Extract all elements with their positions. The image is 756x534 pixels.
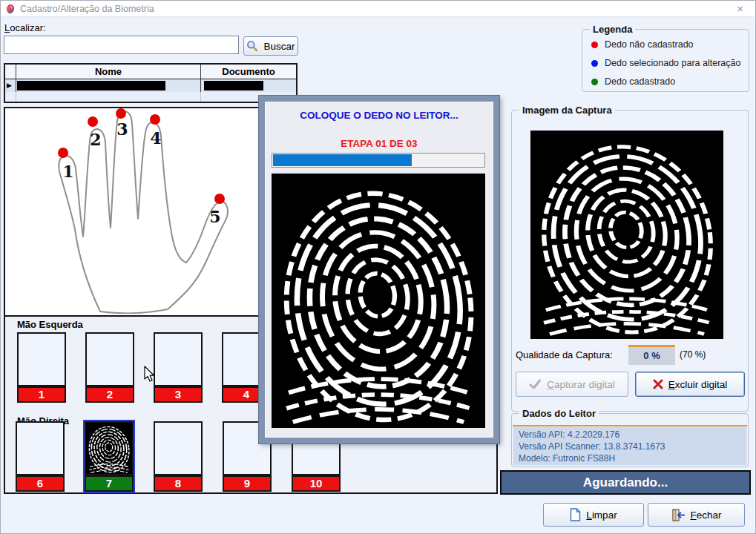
row-selector-icon: ▶	[5, 79, 16, 92]
svg-text:2: 2	[90, 130, 101, 149]
modal-step: ETAPA 01 DE 03	[266, 138, 493, 149]
redacted-name	[17, 81, 165, 90]
finger-slot-6[interactable]: 6	[16, 421, 65, 492]
modal-instruction: COLOQUE O DEDO NO LEITOR...	[266, 110, 493, 121]
svg-text:4: 4	[150, 128, 161, 148]
green-dot-icon	[591, 79, 598, 85]
document-icon	[570, 508, 581, 521]
limpar-label: Limpar	[586, 510, 617, 521]
reader-info: Versão API: 4.2.2029.176 Versão API Scan…	[513, 426, 747, 466]
red-x-icon	[653, 379, 663, 389]
table-row[interactable]: ▶	[5, 79, 296, 92]
finger-slot-8[interactable]: 8	[154, 421, 203, 492]
finger-slot-1[interactable]: 1	[17, 332, 66, 403]
reader-data-group: Dados do Leitor Versão API: 4.2.2029.176…	[511, 413, 749, 467]
capture-modal: COLOQUE O DEDO NO LEITOR... ETAPA 01 DE …	[259, 96, 499, 444]
left-hand-label: Mão Esquerda	[17, 319, 83, 330]
status-bar: Aguardando...	[500, 470, 751, 495]
quality-threshold: (70 %)	[680, 349, 706, 360]
legend-item: Dedo cadastrado	[591, 76, 749, 87]
legend-label: Dedo cadastrado	[605, 76, 675, 87]
table-empty-row	[5, 92, 296, 102]
reader-model: Modelo: Futronic FS88H	[519, 452, 741, 464]
excluir-digital-button[interactable]: Excluir digital	[635, 372, 745, 397]
finger-slot-3[interactable]: 3	[154, 332, 203, 403]
live-fingerprint-image	[272, 174, 485, 428]
close-icon[interactable]: ×	[737, 2, 743, 15]
app-icon	[5, 4, 16, 14]
fingerprint-thumbnail	[86, 423, 132, 474]
search-icon	[246, 40, 258, 52]
check-icon	[529, 379, 542, 389]
quality-value: 0 %	[628, 345, 675, 365]
buscar-button[interactable]: Buscar	[243, 36, 298, 56]
blue-dot-icon	[591, 60, 598, 67]
window-title: Cadastro/Alteração da Biometria	[20, 4, 154, 14]
exit-door-icon	[671, 509, 685, 521]
capturar-digital-button[interactable]: Capturar digital	[516, 372, 628, 397]
nome-cell	[16, 79, 201, 92]
capture-group-title: Imagem da Captura	[519, 105, 615, 116]
reader-group-title: Dados do Leitor	[519, 408, 599, 419]
capture-group: Imagem da Captura Qualidade da Captura: …	[511, 110, 749, 412]
documento-cell	[201, 79, 296, 92]
legend-item: Dedo selecionado para alteração	[591, 58, 749, 68]
svg-text:3: 3	[116, 119, 128, 139]
finger-slot-7-selected[interactable]: 7	[85, 421, 134, 492]
api-version: Versão API: 4.2.2029.176	[519, 429, 741, 441]
scanner-api-version: Versão API Scanner: 13.8.3741.1673	[519, 441, 741, 452]
redacted-document	[204, 81, 263, 90]
localizar-label: Localizar:	[4, 22, 46, 33]
captured-fingerprint-image	[530, 131, 723, 339]
fechar-label: Fechar	[690, 510, 721, 521]
nome-header: Nome	[16, 65, 201, 79]
legend-item: Dedo não cadastrado	[591, 39, 749, 50]
search-input[interactable]	[4, 36, 239, 54]
quality-label: Qualidade da Captura:	[516, 349, 613, 360]
modal-progress-fill	[273, 154, 412, 166]
finger-slot-2[interactable]: 2	[85, 332, 134, 403]
capturar-label: Capturar digital	[547, 379, 615, 390]
legend-label: Dedo não cadastrado	[605, 39, 694, 50]
svg-text:5: 5	[209, 207, 220, 226]
mouse-cursor	[144, 366, 155, 382]
legend-label: Dedo selecionado para alteração	[605, 58, 740, 68]
table-header-row: Nome Documento	[5, 65, 296, 79]
svg-text:1: 1	[62, 162, 73, 181]
fechar-button[interactable]: Fechar	[648, 503, 745, 527]
capture-modal-body: COLOQUE O DEDO NO LEITOR... ETAPA 01 DE …	[265, 102, 493, 438]
results-table[interactable]: Nome Documento ▶	[4, 63, 298, 103]
limpar-button[interactable]: Limpar	[543, 503, 644, 527]
documento-header: Documento	[201, 65, 296, 79]
red-dot-icon	[591, 42, 598, 48]
title-bar: Cadastro/Alteração da Biometria ×	[1, 1, 755, 17]
selector-header-cell	[5, 65, 16, 79]
buscar-label: Buscar	[263, 41, 295, 52]
legend-group: Legenda Dedo não cadastrado Dedo selecio…	[582, 29, 749, 92]
excluir-label: Excluir digital	[668, 379, 728, 390]
legend-title: Legenda	[590, 24, 635, 35]
capture-progress-bar	[272, 153, 485, 168]
